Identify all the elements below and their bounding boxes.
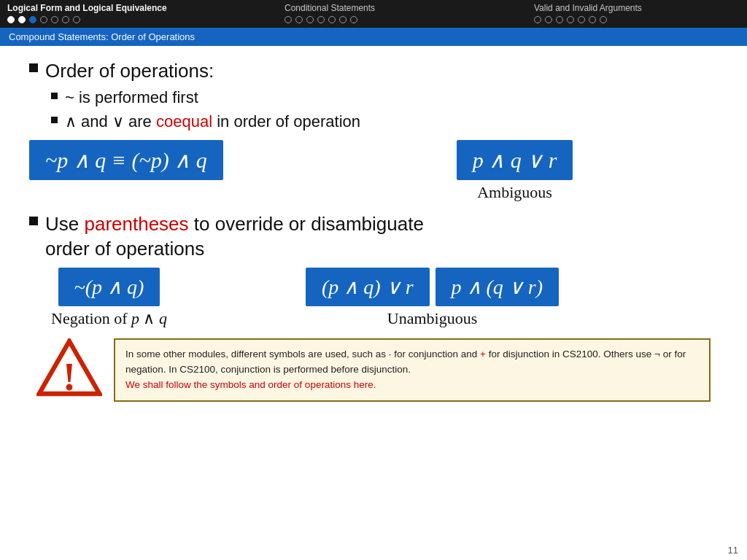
dot-v4 <box>567 16 574 23</box>
main-content: Order of operations: ~ is performed firs… <box>0 46 747 409</box>
dot-7 <box>73 16 80 23</box>
bullet-text-1: Order of operations: <box>45 59 214 84</box>
formula-box-ambiguous: p ∧ q ∨ r <box>457 140 573 180</box>
formula-group-right: p ∧ q ∨ r Ambiguous <box>457 140 573 202</box>
bullet-text-2: Use parentheses to override or disambigu… <box>45 212 424 262</box>
dot-v7 <box>600 16 607 23</box>
dot-5 <box>51 16 58 23</box>
dot-4 <box>40 16 47 23</box>
nav-dots-valid <box>534 16 740 23</box>
subtitle-text: Compound Statements: Order of Operations <box>9 31 195 42</box>
dot-v6 <box>589 16 596 23</box>
sub-bullets: ~ is performed first ∧ and ∨ are coequal… <box>51 87 718 133</box>
section-parentheses: Use parentheses to override or disambigu… <box>29 212 718 328</box>
formula-label-unambiguous: Unambiguous <box>387 309 477 328</box>
dot-1 <box>7 16 15 23</box>
dot-c6 <box>339 16 347 23</box>
sub-bullet-square-1 <box>51 93 58 99</box>
formula-row-1: ~p ∧ q ≡ (~p) ∧ q p ∧ q ∨ r Ambiguous <box>29 140 718 202</box>
dot-c2 <box>295 16 303 23</box>
bullet-square-2 <box>29 217 38 225</box>
formula-group-negation: ~(p ∧ q) Negation of p ∧ q <box>51 268 167 328</box>
bullet-use-parens: Use parentheses to override or disambigu… <box>29 212 718 262</box>
subtitle-bar: Compound Statements: Order of Operations <box>0 28 747 46</box>
warning-section: ! In some other modules, different symbo… <box>29 338 718 402</box>
warning-triangle-icon: ! <box>36 338 102 397</box>
dot-v5 <box>578 16 585 23</box>
sub-bullet-coequal: ∧ and ∨ are coequal in order of operatio… <box>51 111 718 133</box>
formula-label-negation: Negation of p ∧ q <box>51 309 167 328</box>
sub-bullet-text-1: ~ is performed first <box>65 87 198 109</box>
nav-section-valid[interactable]: Valid and Invalid Arguments <box>490 3 740 23</box>
bullet-square-1 <box>29 63 38 72</box>
warning-text-box: In some other modules, different symbols… <box>114 338 711 402</box>
warning-text-main: In some other modules, different symbols… <box>125 349 686 390</box>
dot-3 <box>29 16 36 23</box>
formula-box-equiv: ~p ∧ q ≡ (~p) ∧ q <box>29 140 223 180</box>
formula-group-left: ~p ∧ q ≡ (~p) ∧ q <box>29 140 223 180</box>
dot-c5 <box>328 16 336 23</box>
nav-section-logical-form[interactable]: Logical Form and Logical Equivalence <box>7 3 241 23</box>
top-navigation-bar: Logical Form and Logical Equivalence Con… <box>0 0 747 28</box>
nav-title-logical-form: Logical Form and Logical Equivalence <box>7 3 241 13</box>
formula-box-conj: p ∧ (q ∨ r) <box>436 268 560 306</box>
formula-boxes-inline: (p ∧ q) ∨ r p ∧ (q ∨ r) <box>306 268 559 306</box>
dot-c3 <box>306 16 314 23</box>
formula-box-negation: ~(p ∧ q) <box>58 268 160 306</box>
dot-v3 <box>556 16 563 23</box>
nav-dots-logical-form <box>7 16 241 23</box>
nav-section-conditional[interactable]: Conditional Statements <box>241 3 490 23</box>
page-number: 11 <box>728 545 738 556</box>
dot-6 <box>62 16 69 23</box>
formula-group-unambiguous: (p ∧ q) ∨ r p ∧ (q ∨ r) Unambiguous <box>306 268 559 328</box>
nav-title-valid: Valid and Invalid Arguments <box>534 3 740 13</box>
svg-text:!: ! <box>63 355 76 397</box>
formula-box-disj: (p ∧ q) ∨ r <box>306 268 430 306</box>
dot-v2 <box>545 16 552 23</box>
warning-red-text: We shall follow the symbols and order of… <box>125 379 376 390</box>
nav-dots-conditional <box>285 16 490 23</box>
dot-v1 <box>534 16 541 23</box>
sub-bullet-text-2: ∧ and ∨ are coequal in order of operatio… <box>65 111 360 133</box>
sub-bullet-square-2 <box>51 117 58 123</box>
dot-c4 <box>317 16 325 23</box>
sub-bullet-tilde: ~ is performed first <box>51 87 718 109</box>
nav-title-conditional: Conditional Statements <box>285 3 490 13</box>
bullet-order-of-ops: Order of operations: <box>29 59 718 84</box>
formula-label-ambiguous: Ambiguous <box>477 183 552 202</box>
dot-c1 <box>285 16 292 23</box>
dot-c7 <box>350 16 357 23</box>
dot-2 <box>18 16 26 23</box>
formula-row-2: ~(p ∧ q) Negation of p ∧ q (p ∧ q) ∨ r p… <box>51 268 718 328</box>
